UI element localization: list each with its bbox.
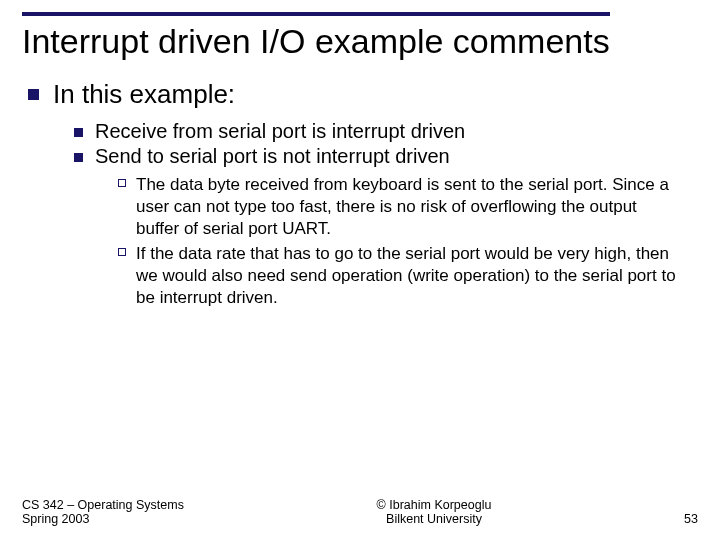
title-rule: Interrupt driven I/O example comments — [22, 12, 610, 61]
affiliation-line: Bilkent University — [184, 512, 684, 526]
list-item-l2: Send to serial port is not interrupt dri… — [74, 145, 698, 168]
l2-group: Receive from serial port is interrupt dr… — [28, 120, 698, 309]
slide-title: Interrupt driven I/O example comments — [22, 22, 610, 61]
list-item-l3: The data byte received from keyboard is … — [118, 174, 698, 239]
l1-text: In this example: — [53, 79, 235, 110]
slide-number: 53 — [684, 512, 698, 526]
slide: Interrupt driven I/O example comments In… — [0, 0, 720, 540]
square-bullet-icon — [74, 153, 83, 162]
footer-left: CS 342 – Operating Systems Spring 2003 — [22, 498, 184, 526]
l3-text: If the data rate that has to go to the s… — [136, 243, 676, 308]
hollow-square-bullet-icon — [118, 179, 126, 187]
slide-footer: CS 342 – Operating Systems Spring 2003 ©… — [22, 498, 698, 526]
list-item-l2: Receive from serial port is interrupt dr… — [74, 120, 698, 143]
list-item-l1: In this example: — [28, 79, 698, 110]
copyright-line: © Ibrahim Korpeoglu — [184, 498, 684, 512]
l3-text: The data byte received from keyboard is … — [136, 174, 676, 239]
slide-body: In this example: Receive from serial por… — [22, 79, 698, 309]
l2-text: Receive from serial port is interrupt dr… — [95, 120, 465, 143]
course-term: Spring 2003 — [22, 512, 184, 526]
footer-center: © Ibrahim Korpeoglu Bilkent University — [184, 498, 684, 526]
l3-group: The data byte received from keyboard is … — [74, 174, 698, 309]
l2-text: Send to serial port is not interrupt dri… — [95, 145, 450, 168]
list-item-l3: If the data rate that has to go to the s… — [118, 243, 698, 308]
hollow-square-bullet-icon — [118, 248, 126, 256]
course-code: CS 342 – Operating Systems — [22, 498, 184, 512]
square-bullet-icon — [28, 89, 39, 100]
square-bullet-icon — [74, 128, 83, 137]
